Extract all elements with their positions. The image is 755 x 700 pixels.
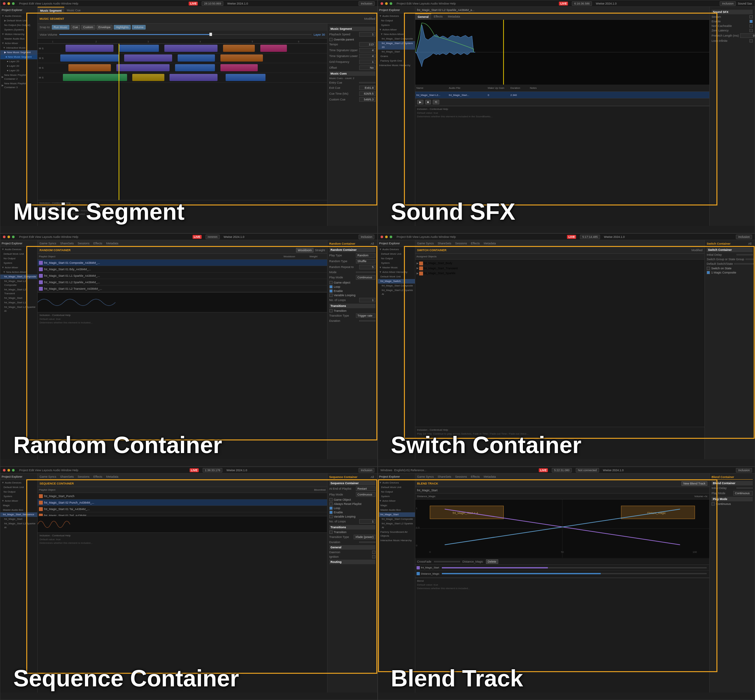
seq-loop-cb[interactable] bbox=[329, 506, 333, 510]
stream-cb[interactable] bbox=[749, 15, 753, 19]
duration-val[interactable] bbox=[359, 320, 375, 322]
seq-always-reset-cb[interactable] bbox=[329, 502, 333, 506]
enable-rc-cb[interactable] bbox=[329, 289, 333, 293]
sharesets-bl[interactable]: ShareSets bbox=[436, 473, 453, 480]
new-blend-track-btn[interactable]: New Blend Track bbox=[682, 481, 707, 486]
gameobj-cb[interactable] bbox=[329, 281, 333, 284]
min-switch[interactable] bbox=[385, 236, 388, 238]
ignition-cb[interactable] bbox=[372, 555, 375, 558]
min-seq[interactable] bbox=[8, 469, 10, 472]
freq-val[interactable]: 1 bbox=[359, 59, 375, 64]
rc-tab-rc[interactable]: Random Container bbox=[329, 242, 370, 246]
override-cb[interactable] bbox=[329, 38, 333, 41]
close-seq[interactable] bbox=[3, 469, 6, 472]
metadata-bl[interactable]: Metadata bbox=[482, 473, 498, 480]
seq-duration-val[interactable] bbox=[359, 542, 375, 543]
init-delay-bl-val[interactable] bbox=[736, 488, 753, 489]
tab-music-segment[interactable]: Music Segment bbox=[38, 7, 64, 14]
delete-blend-btn[interactable]: Delete bbox=[486, 559, 498, 564]
envelope-btn[interactable]: Envelope bbox=[97, 25, 113, 30]
assigned-item-2[interactable]: ▶ fnt_Magic_Start_Transient bbox=[415, 266, 705, 271]
min-dot[interactable] bbox=[8, 2, 10, 5]
play-mode-dd[interactable]: Continuous bbox=[356, 275, 375, 280]
varloop-cb[interactable] bbox=[329, 294, 333, 297]
sharesets-sw[interactable]: ShareSets bbox=[436, 240, 453, 246]
seq-varloop-cb[interactable] bbox=[329, 515, 333, 518]
sharesets-tab[interactable]: ShareSets bbox=[58, 240, 76, 246]
seq-item-3[interactable]: fnt_Magic_Start 01 Tai_A4384M_... bbox=[38, 506, 327, 512]
loop-cb[interactable] bbox=[329, 285, 333, 288]
prefetch-val[interactable]: 0 bbox=[740, 33, 755, 38]
mode-dd[interactable] bbox=[356, 272, 375, 273]
seq-trans-dd[interactable]: Xfade (power) bbox=[354, 535, 375, 539]
highlights-btn[interactable]: Highlights bbox=[114, 25, 131, 30]
noncache-cb[interactable] bbox=[749, 24, 753, 28]
bl-mode-cb[interactable] bbox=[711, 502, 715, 506]
crossfade-dd[interactable] bbox=[434, 561, 460, 562]
play-type-dd[interactable]: Random bbox=[356, 253, 375, 258]
effects-sw[interactable]: Effects bbox=[469, 240, 482, 246]
close-switch[interactable] bbox=[381, 236, 383, 238]
seqc-all-tab[interactable]: All bbox=[369, 475, 375, 480]
cue-btn[interactable]: Cue bbox=[71, 25, 80, 30]
default-sw-dd[interactable] bbox=[734, 263, 754, 264]
tree-item-selected[interactable]: ▶ New Music Segment bbox=[0, 50, 37, 55]
loops-val[interactable]: 1 bbox=[359, 298, 375, 302]
repeat-val[interactable]: 5 bbox=[359, 265, 375, 269]
daemon-cb[interactable] bbox=[372, 551, 375, 554]
close-random[interactable] bbox=[3, 236, 6, 238]
tab-sfx-metadata[interactable]: Metadata bbox=[445, 13, 463, 19]
assigned-item-1[interactable]: ▶ fnt_Magic_Start_Body bbox=[415, 261, 705, 266]
game-syncs-tab[interactable]: Game Syncs bbox=[38, 240, 58, 246]
game-syncs-seq[interactable]: Game Syncs bbox=[38, 473, 58, 480]
seq-item-2[interactable]: fnt_Magic_Start 02 Punch_A4384M_... bbox=[38, 499, 327, 506]
sessions-seq[interactable]: Sessions bbox=[76, 473, 92, 480]
metadata-sw[interactable]: Metadata bbox=[482, 240, 498, 246]
composite-cb[interactable] bbox=[707, 271, 710, 274]
metadata-seq[interactable]: Metadata bbox=[104, 473, 120, 480]
max-random[interactable] bbox=[12, 236, 15, 238]
sfx-stop-btn[interactable]: ■ bbox=[425, 100, 431, 104]
sfx-table-row[interactable]: fnt_Magic_Start L2... fnt_Magic_Start...… bbox=[415, 92, 710, 98]
tree-item-sfx-selected[interactable]: fnt_Magic_Start L2 System 20 bbox=[378, 41, 415, 50]
tab-sfx-effects[interactable]: Effects bbox=[431, 13, 445, 19]
seqc-tab[interactable]: Sequence Container bbox=[329, 475, 370, 480]
trans-type-dd[interactable]: Trigger rate bbox=[356, 313, 375, 318]
ts-upper-val[interactable]: 4 bbox=[359, 48, 375, 53]
trans-cb[interactable] bbox=[329, 309, 333, 312]
loopinf-cb[interactable] bbox=[749, 39, 753, 42]
ts-lower-val[interactable]: 4 bbox=[359, 54, 375, 58]
sfx-play-btn[interactable]: ▶ bbox=[417, 100, 424, 104]
min-random[interactable] bbox=[8, 236, 10, 238]
rc-tab-all[interactable]: All bbox=[369, 242, 375, 246]
sessions-sw[interactable]: Sessions bbox=[453, 240, 469, 246]
init-delay-sc-val[interactable] bbox=[736, 254, 753, 255]
volume-btn[interactable]: Volume bbox=[132, 25, 145, 30]
tab-sfx-general[interactable]: General bbox=[415, 13, 431, 19]
assigned-item-3[interactable]: ▶ fnt_Magic_Start_Sparkle bbox=[415, 271, 705, 276]
effects-seq[interactable]: Effects bbox=[91, 473, 104, 480]
at-end-dd[interactable]: Restart bbox=[356, 486, 375, 491]
custom-val[interactable]: 548/6.3 bbox=[359, 97, 375, 102]
game-syncs-sw[interactable]: Game Syncs bbox=[415, 240, 436, 246]
bl-tab[interactable]: Blend Container bbox=[711, 475, 753, 480]
custom-btn[interactable]: Custom bbox=[81, 25, 95, 30]
bl-play-dd[interactable]: Continuous bbox=[733, 491, 753, 495]
metadata-tab[interactable]: Metadata bbox=[104, 240, 120, 246]
seq-trans-cb[interactable] bbox=[329, 531, 333, 534]
effects-tab[interactable]: Effects bbox=[91, 240, 104, 246]
playlist-item-2[interactable]: fnt_Magic_Start 01 Bdy_A4384M_... bbox=[38, 266, 327, 273]
entry-val[interactable] bbox=[359, 82, 375, 83]
sfx-loop-btn[interactable]: ⟲ bbox=[433, 100, 439, 104]
seq-item-4[interactable]: fnt_Magic_Start 01 Tail_A4384M_... bbox=[38, 512, 327, 516]
max-switch[interactable] bbox=[390, 236, 392, 238]
random-selected[interactable]: fnt_Magic_Start_Composite bbox=[0, 275, 37, 279]
random-type-dd[interactable]: Shuffle bbox=[356, 259, 375, 264]
seq-play-dd[interactable]: Continuous bbox=[356, 492, 375, 497]
tempo-val[interactable]: 113 bbox=[359, 42, 375, 47]
seq-loops-val[interactable]: 1 bbox=[359, 519, 375, 524]
switch-selected[interactable]: fnt_Magic_Switch bbox=[378, 279, 415, 284]
playlist-item-3[interactable]: fnt_Magic_Start 01 L1 Sparkle_A4384M_... bbox=[38, 273, 327, 279]
close-dot[interactable] bbox=[3, 2, 6, 5]
playlist-item-1[interactable]: fnt_Magic_Start 01 Composite_A4384M_... bbox=[38, 259, 327, 266]
